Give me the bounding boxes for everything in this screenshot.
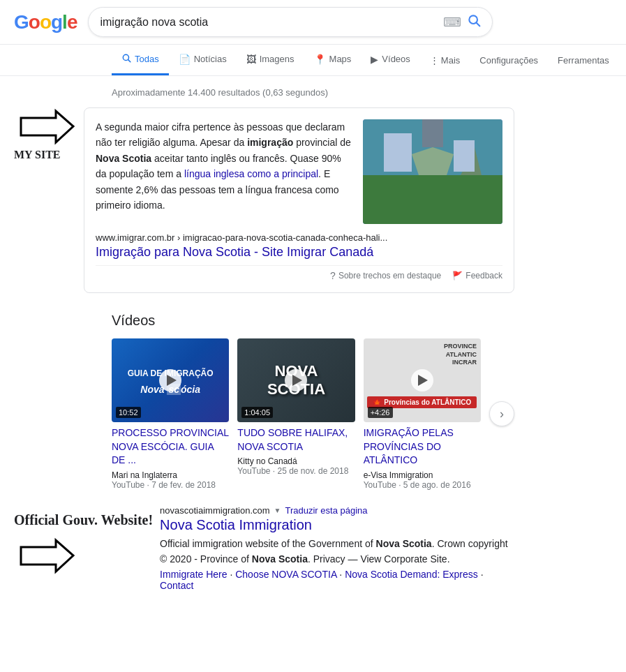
tab-imagens-label: Imagens <box>260 54 295 64</box>
more-dots-icon: ⋮ <box>430 55 439 66</box>
google-logo: Google <box>14 11 77 33</box>
svg-rect-6 <box>363 175 502 224</box>
video-icon: ▶ <box>371 54 378 65</box>
settings-label: Configurações <box>479 55 538 66</box>
featured-snippet: A segunda maior cifra pertence às pessoa… <box>84 107 514 293</box>
tools-label: Ferramentas <box>558 55 609 66</box>
search-input[interactable] <box>100 16 438 29</box>
video-title-2[interactable]: TUDO SOBRE HALIFAX, NOVA SCOTIA <box>237 426 355 454</box>
featured-url-row: www.imigrar.com.br › imigracao-para-nova… <box>96 232 502 260</box>
video-card-1: GUIA DE IMIGRAÇÃO Nova scócia 10:52 PROC… <box>112 338 229 490</box>
tab-todas-label: Todas <box>135 54 159 64</box>
videos-section: Vídeos GUIA DE IMIGRAÇÃO Nova scócia 10:… <box>112 313 514 490</box>
nav-more[interactable]: ⋮ Mais <box>420 47 470 74</box>
tab-todas[interactable]: Todas <box>112 45 169 75</box>
result-links: Immigrate Here · Choose NOVA SCOTIA · No… <box>160 569 514 591</box>
video-thumb-2[interactable]: NOVASCOTIA 1:04:05 <box>237 338 355 422</box>
result-url-row: novascotiaimmigration.com ▼ Traduzir est… <box>160 505 514 516</box>
official-label: Official Gouv. Website! <box>14 512 153 528</box>
svg-line-1 <box>477 23 480 27</box>
official-annotation-row: Official Gouv. Website! novascotiaimmigr… <box>112 501 514 591</box>
video-platform-3: YouTube · 5 de ago. de 2016 <box>364 480 481 490</box>
images-icon: 🖼 <box>246 54 256 65</box>
translate-link[interactable]: Traduzir esta página <box>285 505 368 516</box>
videos-title: Vídeos <box>112 313 514 329</box>
official-result: novascotiaimmigration.com ▼ Traduzir est… <box>160 505 514 591</box>
play-button-3[interactable] <box>411 369 433 391</box>
featured-snippet-wrapper: A segunda maior cifra pertence às pessoa… <box>84 107 514 299</box>
feedback-button[interactable]: 🚩 Feedback <box>452 271 502 281</box>
tab-imagens[interactable]: 🖼 Imagens <box>237 45 304 75</box>
nav-settings[interactable]: Configurações <box>470 47 548 74</box>
search-bar: ⌨ <box>88 7 493 37</box>
result-url: novascotiaimmigration.com <box>160 505 270 516</box>
about-snippets[interactable]: ? Sobre trechos em destaque <box>330 270 441 281</box>
result-link-demand[interactable]: Nova Scotia Demand: Express <box>345 569 478 580</box>
video-meta-1: Mari na Inglaterra YouTube · 7 de fev. d… <box>112 470 229 490</box>
tab-noticias-label: Notícias <box>194 54 227 64</box>
video-card-2: NOVASCOTIA 1:04:05 TUDO SOBRE HALIFAX, N… <box>237 338 355 476</box>
video-duration-3: +4:26 <box>368 407 393 418</box>
tab-noticias[interactable]: 📄 Notícias <box>169 45 237 75</box>
maps-icon: 📍 <box>314 54 326 65</box>
tab-videos-label: Vídeos <box>382 54 410 64</box>
video-meta-3: e-Visa Immigration YouTube · 5 de ago. d… <box>364 470 481 490</box>
result-link-choose[interactable]: Choose NOVA SCOTIA <box>235 569 336 580</box>
flag-icon: 🚩 <box>452 271 463 281</box>
video-title-1[interactable]: PROCESSO PROVINCIAL NOVA ESCÓCIA. GUIA D… <box>112 426 229 468</box>
video-card-3: PROVINCEATLANTICINCRAR 🍁 Províncias do A… <box>364 338 481 490</box>
more-label: Mais <box>441 55 460 66</box>
featured-link[interactable]: Imigração para Nova Scotia - Site Imigra… <box>96 245 373 259</box>
feedback-label: Feedback <box>465 271 502 281</box>
result-link-immigrate[interactable]: Immigrate Here <box>160 569 227 580</box>
my-site-label: MY SITE <box>14 149 61 161</box>
help-icon: ? <box>330 270 336 281</box>
svg-marker-4 <box>21 111 73 142</box>
svg-rect-10 <box>454 140 475 172</box>
search-button[interactable] <box>467 13 481 31</box>
header: Google ⌨ <box>0 0 626 45</box>
featured-url: www.imigrar.com.br › imigracao-para-nova… <box>96 232 502 243</box>
result-link-contact[interactable]: Contact <box>160 580 193 591</box>
my-site-annotation: MY SITE A segunda maior cifra pertence à… <box>112 107 514 299</box>
video-duration-2: 1:04:05 <box>241 407 273 418</box>
keyboard-icon[interactable]: ⌨ <box>443 15 461 30</box>
arrow-annotation: MY SITE <box>14 107 77 161</box>
search-icon <box>121 53 131 65</box>
play-button-2[interactable] <box>285 369 307 391</box>
featured-footer: ? Sobre trechos em destaque 🚩 Feedback <box>96 265 502 281</box>
play-button-1[interactable] <box>159 369 181 391</box>
tab-maps-label: Maps <box>329 54 352 64</box>
videos-container: GUIA DE IMIGRAÇÃO Nova scócia 10:52 PROC… <box>112 338 514 490</box>
featured-text: A segunda maior cifra pertence às pessoa… <box>96 119 352 224</box>
video-title-3[interactable]: IMIGRAÇÃO PELAS PROVÍNCIAS DO ATLÂNTICO <box>364 426 481 468</box>
official-annotation-col: Official Gouv. Website! <box>14 501 153 575</box>
tab-videos[interactable]: ▶ Vídeos <box>361 45 419 75</box>
svg-rect-9 <box>384 133 412 172</box>
svg-marker-12 <box>21 540 73 572</box>
main-content: Aproximadamente 14.400 resultados (0,63 … <box>0 76 626 605</box>
video-duration-1: 10:52 <box>116 407 141 418</box>
video-source-1: Mari na Inglaterra <box>112 470 229 480</box>
video-source-3: e-Visa Immigration <box>364 470 481 480</box>
about-label: Sobre trechos em destaque <box>338 271 441 281</box>
video-platform-1: YouTube · 7 de fev. de 2018 <box>112 480 229 490</box>
nav-tabs: Todas 📄 Notícias 🖼 Imagens 📍 Maps ▶ Víde… <box>0 45 626 76</box>
lingua-link[interactable]: língua inglesa como a principal <box>184 168 318 179</box>
video-thumb-1[interactable]: GUIA DE IMIGRAÇÃO Nova scócia 10:52 <box>112 338 229 422</box>
results-count: Aproximadamente 14.400 resultados (0,63 … <box>112 87 514 98</box>
tab-maps[interactable]: 📍 Maps <box>304 45 362 75</box>
result-title[interactable]: Nova Scotia Immigration <box>160 517 514 533</box>
svg-line-3 <box>128 60 131 62</box>
video-thumb-3[interactable]: PROVINCEATLANTICINCRAR 🍁 Províncias do A… <box>364 338 481 422</box>
videos-next-button[interactable]: › <box>489 401 514 426</box>
video-meta-2: Kitty no Canadá YouTube · 25 de nov. de … <box>237 456 355 476</box>
svg-rect-11 <box>422 119 443 147</box>
arrow-right-icon <box>14 107 77 146</box>
nav-tools[interactable]: Ferramentas <box>548 47 619 74</box>
video-platform-2: YouTube · 25 de nov. de 2018 <box>237 466 355 476</box>
featured-content: A segunda maior cifra pertence às pessoa… <box>96 119 502 224</box>
video-source-2: Kitty no Canadá <box>237 456 355 466</box>
dropdown-arrow-icon[interactable]: ▼ <box>274 507 281 514</box>
arrow-right-icon-2 <box>14 537 77 575</box>
